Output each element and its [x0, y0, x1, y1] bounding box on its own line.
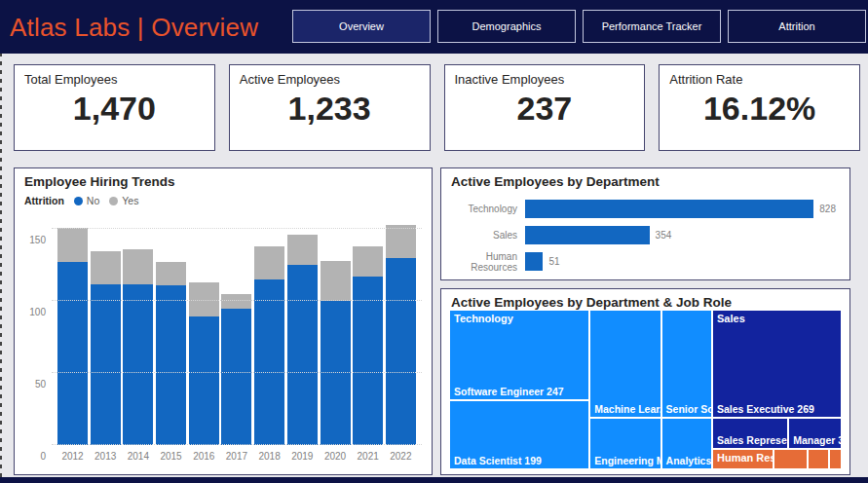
treemap-cell-machine-lear[interactable]: Machine Lear...	[589, 310, 660, 418]
bar-segment-no[interactable]	[156, 285, 186, 445]
bar-segment-no[interactable]	[91, 284, 121, 446]
treemap-cell-label: Sales Representat...	[717, 434, 788, 446]
bar-2021[interactable]	[353, 219, 383, 445]
treemap-cell-human-resources[interactable]	[774, 449, 808, 469]
hiring-trends-title: Employee Hiring Trends	[15, 168, 432, 189]
bar-segment-no[interactable]	[57, 262, 88, 445]
tab-overview[interactable]: Overview	[292, 10, 431, 43]
dept-category-label: Technology	[441, 204, 525, 214]
treemap-cell-label: Data Scientist 199	[454, 455, 542, 466]
bar-2019[interactable]	[287, 219, 318, 445]
x-axis-label: 2015	[156, 451, 186, 462]
dept-bar-track: 354	[525, 226, 836, 244]
y-axis-tick: 0	[40, 451, 46, 462]
canvas-edge-dashes	[0, 0, 2, 483]
bar-segment-yes[interactable]	[156, 262, 186, 285]
tab-performance-tracker[interactable]: Performance Tracker	[583, 10, 721, 43]
treemap-cell-manager-35[interactable]: Manager 35	[788, 418, 842, 449]
dept-bar-human-resources[interactable]	[525, 252, 543, 271]
treemap-group-label: Technology	[454, 313, 513, 324]
legend-item-yes[interactable]: Yes	[109, 195, 138, 206]
bar-segment-yes[interactable]	[123, 249, 153, 283]
treemap-cell-senior-softw[interactable]: Senior Softw...	[661, 310, 712, 418]
gridline: 100	[52, 300, 422, 301]
bar-segment-no[interactable]	[123, 284, 153, 446]
treemap-cell-label: Manager 35	[793, 434, 842, 446]
treemap-cell-label: Senior Softw...	[666, 403, 712, 415]
bar-2022[interactable]	[386, 219, 416, 445]
x-axis-label: 2012	[57, 451, 88, 462]
bottom-bar	[0, 477, 868, 483]
bar-segment-yes[interactable]	[353, 246, 383, 277]
treemap-cell-data-scientist-199[interactable]: Data Scientist 199	[449, 400, 589, 469]
dept-row-sales: Sales354	[441, 225, 836, 245]
treemap-cell-sales-executive-269[interactable]: SalesSales Executive 269	[712, 310, 842, 418]
kpi-label: Total Employees	[15, 65, 214, 87]
treemap-area: TechnologySoftware Engineer 247Data Scie…	[449, 310, 842, 469]
dept-bar-technology[interactable]	[525, 200, 813, 218]
treemap-cell-label: Machine Lear...	[594, 403, 660, 415]
kpi-value: 16.12%	[660, 90, 859, 128]
dept-bar-value: 354	[656, 230, 672, 241]
bar-segment-no[interactable]	[353, 277, 383, 445]
bar-segment-no[interactable]	[287, 265, 318, 445]
treemap-cell-label: Analytics ...	[666, 455, 712, 466]
treemap-cell-label: Sales Executive 269	[717, 403, 814, 415]
bar-segment-no[interactable]	[221, 309, 251, 445]
bar-2015[interactable]	[156, 219, 186, 445]
legend-item-no[interactable]: No	[74, 195, 99, 206]
treemap-cell-analytics[interactable]: Analytics ...	[661, 418, 712, 469]
hiring-trends-legend: Attrition NoYes	[24, 195, 138, 206]
dept-bar-value: 51	[548, 256, 559, 267]
hiring-trends-bars	[54, 219, 420, 445]
dept-bar-track: 51	[525, 252, 836, 271]
bar-segment-no[interactable]	[254, 279, 284, 445]
treemap-cell-software-engineer-247[interactable]: TechnologySoftware Engineer 247	[449, 310, 589, 400]
dept-bar-track: 828	[525, 200, 836, 218]
tab-demographics[interactable]: Demographics	[437, 10, 576, 43]
treemap-cell-engineering-ma[interactable]: Engineering Ma...	[589, 418, 660, 469]
treemap-title: Active Employees by Department & Job Rol…	[441, 289, 849, 310]
bar-segment-yes[interactable]	[57, 228, 88, 262]
bar-2012[interactable]	[57, 219, 88, 445]
page-title: Atlas Labs | Overview	[10, 13, 258, 43]
bar-segment-yes[interactable]	[91, 251, 121, 284]
bar-2016[interactable]	[189, 219, 219, 445]
legend-dot-icon	[74, 197, 83, 205]
bar-segment-yes[interactable]	[287, 235, 318, 265]
bar-2018[interactable]	[254, 219, 284, 445]
kpi-card-total-employees: Total Employees1,470	[14, 64, 215, 151]
header: Atlas Labs | Overview OverviewDemographi…	[0, 0, 868, 54]
tab-attrition[interactable]: Attrition	[728, 10, 866, 43]
bar-segment-no[interactable]	[189, 316, 219, 445]
x-axis-label: 2019	[287, 451, 318, 462]
x-axis-label: 2013	[91, 451, 121, 462]
bar-2020[interactable]	[321, 219, 351, 445]
legend-label: No	[87, 195, 99, 206]
dept-category-label: Human Resources	[441, 251, 525, 273]
bar-2017[interactable]	[221, 219, 251, 445]
bar-segment-yes[interactable]	[254, 246, 284, 279]
bar-2013[interactable]	[91, 219, 121, 445]
treemap-cell-label: Software Engineer 247	[454, 386, 564, 397]
dept-row-human-resources: Human Resources51	[441, 251, 836, 272]
bar-segment-yes[interactable]	[321, 261, 351, 301]
bar-2014[interactable]	[123, 219, 153, 445]
y-axis-tick: 150	[29, 235, 46, 245]
x-axis-label: 2018	[254, 451, 284, 462]
bar-segment-no[interactable]	[386, 258, 416, 445]
bar-segment-yes[interactable]	[221, 294, 251, 309]
treemap-cell-human-resources[interactable]	[829, 449, 842, 469]
treemap-cell-human-resources[interactable]	[808, 449, 830, 469]
dept-bar-sales[interactable]	[525, 226, 650, 244]
kpi-value: 237	[445, 90, 645, 128]
dept-bar-value: 828	[819, 204, 836, 214]
bar-segment-yes[interactable]	[386, 225, 416, 258]
kpi-card-active-employees: Active Employees1,233	[229, 64, 431, 151]
treemap-cell-human-resources[interactable]: Human Resources	[712, 449, 774, 469]
y-axis-tick: 100	[29, 307, 46, 317]
kpi-card-inactive-employees: Inactive Employees237	[444, 64, 646, 151]
treemap-panel: Active Employees by Department & Job Rol…	[440, 288, 850, 475]
treemap-cell-sales-representat[interactable]: Sales Representat...	[712, 418, 788, 449]
hiring-trends-panel: Employee Hiring Trends Attrition NoYes 0…	[14, 167, 433, 475]
